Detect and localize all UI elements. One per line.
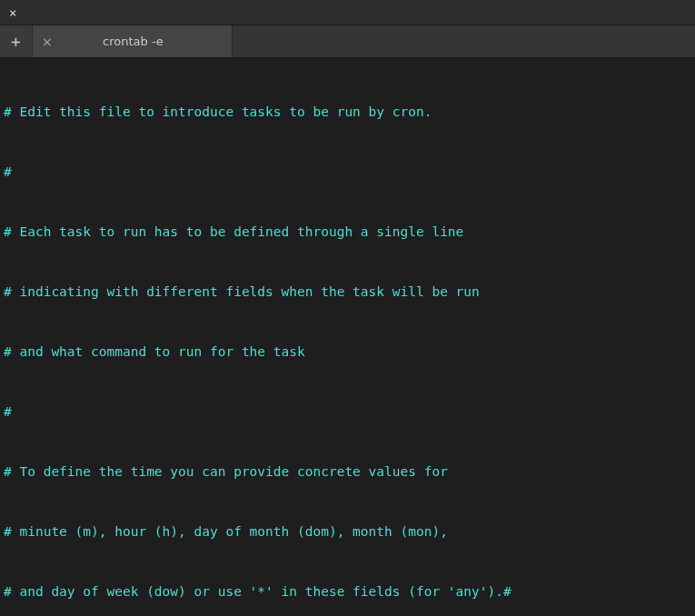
tab-crontab[interactable]: × crontab -e (33, 25, 233, 57)
file-line: # Edit this file to introduce tasks to b… (4, 102, 691, 122)
file-line: # Each task to run has to be defined thr… (4, 222, 691, 242)
tab-bar: + × crontab -e (0, 25, 695, 58)
terminal-content[interactable]: # Edit this file to introduce tasks to b… (0, 58, 695, 616)
tab-close-icon[interactable]: × (42, 35, 53, 49)
window-titlebar: × (0, 0, 695, 25)
tab-title: crontab -e (60, 35, 223, 48)
plus-icon: + (11, 32, 21, 51)
file-line: # To define the time you can provide con… (4, 462, 691, 482)
file-line: # and day of week (dow) or use '*' in th… (4, 581, 691, 601)
file-line: # and what command to run for the task (4, 342, 691, 362)
new-tab-button[interactable]: + (0, 25, 33, 57)
file-line: # indicating with different fields when … (4, 282, 691, 302)
file-line: # minute (m), hour (h), day of month (do… (4, 522, 691, 541)
file-line: # (4, 402, 691, 422)
file-line: # (4, 162, 691, 182)
window-close-icon[interactable]: × (9, 6, 16, 19)
